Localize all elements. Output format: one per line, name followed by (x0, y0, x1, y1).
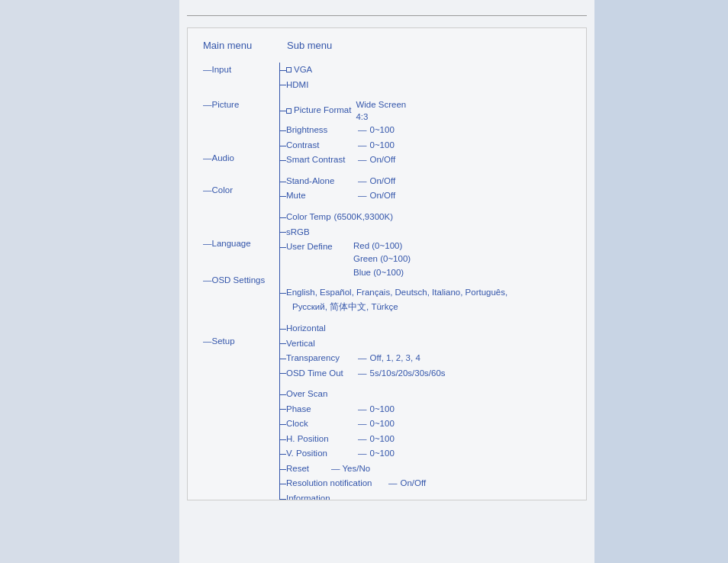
main-item-picture: —Picture (203, 99, 279, 110)
top-divider (187, 15, 587, 16)
main-content: Main menu Sub menu —Input —Picture (179, 0, 594, 563)
sub-item-smart-contrast: Smart Contrast — On/Off (280, 153, 571, 168)
sidebar-right (594, 0, 728, 563)
menu-header: Main menu Sub menu (203, 40, 571, 51)
sub-menu-column: VGA HDMI Picture Format Wide Screen 4:3 (279, 63, 571, 500)
sub-item-reset: Reset — Yes/No (280, 462, 571, 477)
sub-item-brightness: Brightness — 0~100 (280, 123, 571, 138)
sub-item-h-position: H. Position — 0~100 (280, 432, 571, 447)
sub-item-clock: Clock — 0~100 (280, 417, 571, 432)
sub-item-information: Information (280, 491, 571, 500)
sub-item-standalone: Stand-Alone — On/Off (280, 174, 571, 189)
sub-item-contrast: Contrast — 0~100 (280, 138, 571, 153)
sub-item-transparency: Transparency — Off, 1, 2, 3, 4 (280, 351, 571, 366)
main-item-osd: —OSD Settings (203, 275, 279, 285)
sub-item-horizontal: Horizontal (280, 321, 571, 336)
menu-body: —Input —Picture —Audio (203, 63, 571, 500)
sub-item-language-2: Русский, 简体中文, Türkçe (280, 300, 571, 315)
sidebar-left (0, 0, 179, 563)
sub-item-picture-format: Picture Format Wide Screen 4:3 (280, 98, 571, 123)
main-menu-column: —Input —Picture —Audio (203, 63, 279, 500)
sub-item-osd-timeout: OSD Time Out — 5s/10s/20s/30s/60s (280, 366, 571, 381)
sub-item-resolution: Resolution notification — On/Off (280, 476, 571, 491)
sub-item-phase: Phase — 0~100 (280, 402, 571, 417)
sub-item-hdmi: HDMI (280, 78, 571, 93)
main-item-input: —Input (203, 64, 279, 75)
sub-item-mute: Mute — On/Off (280, 188, 571, 204)
main-item-audio: —Audio (203, 153, 279, 163)
sub-item-color-temp: Color Temp (6500K,9300K) (280, 210, 571, 225)
main-menu-header: Main menu (203, 40, 279, 51)
sub-menu-header: Sub menu (287, 40, 332, 51)
main-item-setup: —Setup (203, 336, 279, 346)
sub-item-overscan: Over Scan (280, 387, 571, 402)
sub-item-vga: VGA (280, 63, 571, 78)
sub-item-v-position: V. Position — 0~100 (280, 446, 571, 462)
sub-item-srgb: sRGB (280, 225, 571, 240)
sub-item-vertical: Vertical (280, 336, 571, 352)
main-item-color: —Color (203, 185, 279, 195)
menu-container: Main menu Sub menu —Input —Picture (187, 27, 587, 500)
sub-item-language: English, Español, Français, Deutsch, Ita… (280, 285, 571, 301)
main-item-language: —Language (203, 238, 279, 249)
sub-item-user-define: User Define Red (0~100) Green (0~100) Bl… (280, 240, 571, 279)
